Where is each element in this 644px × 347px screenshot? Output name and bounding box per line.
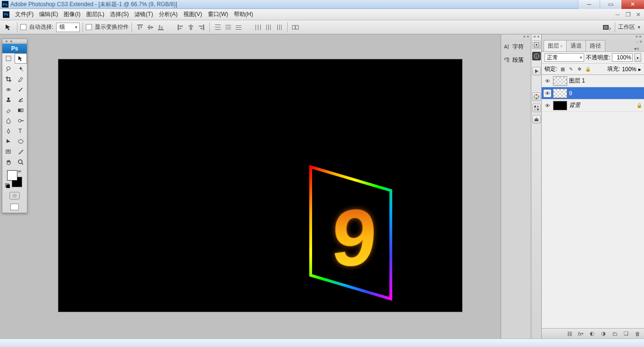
- color-icon[interactable]: [532, 92, 541, 101]
- layer-thumb[interactable]: [553, 101, 567, 110]
- menu-help[interactable]: 帮助(H): [231, 9, 256, 20]
- dock-collapse-icon[interactable]: ◄◄: [531, 34, 541, 39]
- layer-name[interactable]: 9: [569, 90, 642, 97]
- visibility-icon[interactable]: 👁: [544, 77, 551, 85]
- svg-rect-0: [137, 25, 143, 25]
- svg-rect-4: [149, 25, 150, 30]
- dist-right-icon[interactable]: [274, 22, 284, 33]
- menu-view[interactable]: 视图(V): [181, 9, 205, 20]
- svg-rect-36: [292, 25, 295, 29]
- workspace-arrow-icon[interactable]: ▼: [637, 25, 641, 30]
- doc-restore-button[interactable]: ❐: [623, 10, 633, 19]
- menu-analysis[interactable]: 分析(A): [156, 9, 181, 20]
- opacity-flyout-icon[interactable]: ▸: [635, 53, 641, 62]
- align-top-icon[interactable]: [135, 22, 145, 33]
- svg-rect-8: [161, 26, 163, 29]
- menu-layer[interactable]: 图层(L): [83, 9, 107, 20]
- lock-all-icon[interactable]: 🔒: [585, 66, 591, 73]
- tab-paths[interactable]: 路径: [586, 40, 605, 51]
- panel-menu-icon[interactable]: - ×: [636, 39, 642, 44]
- auto-select-dropdown[interactable]: 组: [56, 23, 80, 32]
- layer-name[interactable]: 图层 1: [569, 77, 642, 85]
- opacity-input[interactable]: 100%: [612, 53, 633, 62]
- document-title: [未标题-1 @ 66.7% (9, RGB/8)]: [99, 1, 177, 8]
- svg-rect-28: [258, 25, 258, 30]
- menu-image[interactable]: 图像(I): [61, 9, 83, 20]
- svg-rect-2: [140, 26, 142, 28]
- panel-collapse-icon[interactable]: ►►: [542, 34, 644, 39]
- svg-rect-12: [190, 25, 191, 30]
- align-h-group: [175, 22, 206, 33]
- canvas[interactable]: 9: [58, 59, 462, 312]
- menu-select[interactable]: 选择(S): [107, 9, 132, 20]
- divider: [17, 22, 17, 33]
- dist-bottom-icon[interactable]: [233, 22, 244, 33]
- close-button[interactable]: ✕: [621, 0, 644, 9]
- play-icon[interactable]: [532, 67, 541, 75]
- layers-panel: ►► - × 图层× 通道 路径 ▾≡ 正常 不透明度: 100% ▸ 锁定: …: [541, 34, 644, 339]
- tab-channels[interactable]: 通道: [566, 40, 586, 51]
- layer-name[interactable]: 背景: [569, 101, 635, 109]
- mini-character[interactable]: A 字符: [501, 41, 531, 52]
- go-bridge-icon[interactable]: [602, 22, 612, 33]
- character-icon: A: [503, 43, 511, 50]
- layer-fx-icon[interactable]: fx▾: [577, 330, 585, 338]
- menu-edit[interactable]: 编辑(E): [36, 9, 61, 20]
- blend-mode-select[interactable]: 正常: [545, 53, 584, 62]
- align-left-icon[interactable]: [175, 22, 186, 33]
- align-vcenter-icon[interactable]: [145, 22, 156, 33]
- dist-left-icon[interactable]: [253, 22, 264, 33]
- align-right-icon[interactable]: [196, 22, 206, 33]
- new-layer-icon[interactable]: ❏: [622, 330, 630, 338]
- tab-layers[interactable]: 图层×: [544, 40, 567, 51]
- lock-position-icon[interactable]: ✥: [576, 66, 583, 73]
- dist-hcenter-icon[interactable]: [264, 22, 274, 33]
- adjustment-layer-icon[interactable]: ◑: [600, 330, 607, 338]
- mini-collapse-icon[interactable]: ◄◄: [501, 34, 531, 39]
- lock-transparent-icon[interactable]: ▦: [559, 66, 566, 73]
- layer-mask-icon[interactable]: ◐: [588, 330, 596, 338]
- foreground-color[interactable]: [7, 170, 17, 181]
- layer-row[interactable]: 👁 9: [542, 87, 644, 99]
- maximize-button[interactable]: ▭: [600, 0, 621, 9]
- distribute-group: [213, 22, 244, 33]
- dist-top-icon[interactable]: [213, 22, 223, 33]
- link-layers-icon[interactable]: ⛓: [566, 330, 573, 338]
- info-icon[interactable]: i: [532, 52, 541, 60]
- svg-rect-37: [296, 25, 298, 29]
- align-bottom-icon[interactable]: [156, 22, 166, 33]
- mini-paragraph[interactable]: 段落: [501, 54, 531, 66]
- auto-select-checkbox[interactable]: [20, 24, 26, 30]
- align-hcenter-icon[interactable]: [186, 22, 196, 33]
- fill-input[interactable]: 100%: [622, 66, 636, 73]
- visibility-icon[interactable]: 👁: [544, 90, 551, 97]
- panel-flyout-icon[interactable]: ▾≡: [634, 46, 642, 51]
- divider: [83, 22, 83, 33]
- visibility-icon[interactable]: 👁: [544, 102, 551, 109]
- swatches-icon[interactable]: [532, 104, 541, 112]
- current-tool-icon[interactable]: [3, 23, 14, 32]
- minimize-button[interactable]: ─: [578, 0, 600, 9]
- mini-para-label: 段落: [512, 56, 524, 64]
- layer-row[interactable]: 👁 背景 🔒: [542, 99, 644, 112]
- delete-layer-icon[interactable]: 🗑: [634, 330, 641, 338]
- navigator-icon[interactable]: [532, 41, 541, 49]
- dist-vcenter-icon[interactable]: [223, 22, 233, 33]
- window-title: Adobe Photoshop CS3 Extended - [未标题-1 @ …: [10, 0, 578, 8]
- menu-file[interactable]: 文件(F): [12, 9, 36, 20]
- layer-thumb[interactable]: [553, 76, 567, 86]
- svg-rect-21: [225, 25, 231, 25]
- doc-close-button[interactable]: ✕: [634, 10, 643, 19]
- show-transform-checkbox[interactable]: [86, 24, 92, 30]
- svg-point-66: [536, 95, 537, 96]
- menu-window[interactable]: 窗口(W): [205, 9, 231, 20]
- layer-thumb[interactable]: [553, 89, 567, 98]
- menu-filter[interactable]: 滤镜(T): [132, 9, 156, 20]
- fill-flyout-icon[interactable]: ▸: [638, 66, 641, 73]
- layer-row[interactable]: 👁 图层 1: [542, 75, 644, 87]
- styles-icon[interactable]: [532, 115, 541, 124]
- new-group-icon[interactable]: 🗀: [611, 330, 619, 338]
- auto-align-icon[interactable]: [290, 22, 301, 33]
- doc-minimize-button[interactable]: ─: [613, 10, 622, 19]
- lock-pixels-icon[interactable]: ✎: [568, 66, 574, 73]
